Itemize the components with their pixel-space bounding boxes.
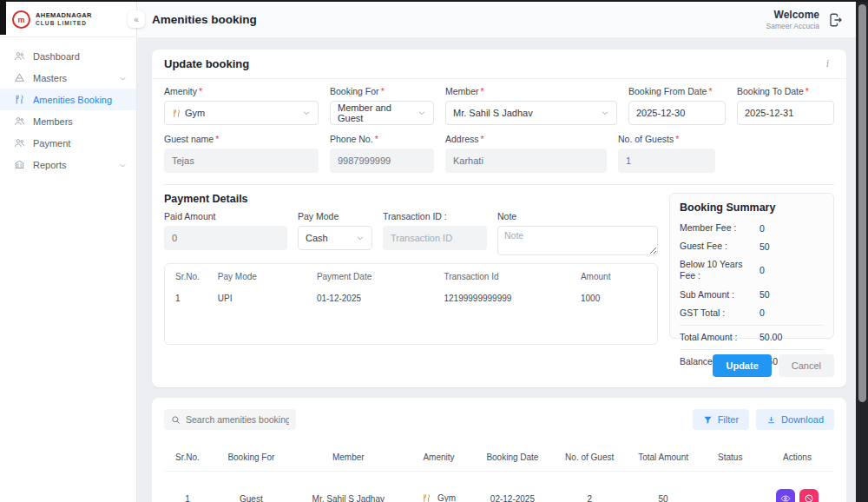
chevron-down-icon xyxy=(601,109,609,117)
sidebar-item-label: Dashboard xyxy=(33,51,128,62)
users-icon xyxy=(13,137,25,149)
no-of-guests-input[interactable] xyxy=(626,155,707,166)
guest-name-label: Guest name xyxy=(164,134,214,144)
summary-total-label: Total Amount : xyxy=(680,332,760,343)
column-header: Payment Date xyxy=(317,266,444,286)
download-button[interactable]: Download xyxy=(756,409,834,430)
download-icon xyxy=(766,415,776,425)
address-input[interactable] xyxy=(453,155,599,166)
sidebar-item-amenities-booking[interactable]: Amenities Booking xyxy=(0,89,136,110)
sidebar-item-label: Reports xyxy=(33,160,111,170)
chevron-down-icon xyxy=(418,109,426,117)
logo-title: AHEMADNAGAR xyxy=(36,12,92,20)
booking-for-label: Booking For xyxy=(330,86,379,96)
payments-table: Sr.No. Pay Mode Payment Date Transaction… xyxy=(164,263,658,345)
column-header: Sr.No. xyxy=(164,447,211,472)
sidebar-collapse-button[interactable]: « xyxy=(128,10,145,28)
phone-input[interactable] xyxy=(338,155,426,166)
club-logo-icon: m xyxy=(12,10,30,29)
cancel-button[interactable]: Cancel xyxy=(779,354,834,377)
users-icon xyxy=(13,116,25,128)
bookings-table: Sr.No. Booking For Member Amenity Bookin… xyxy=(164,447,834,502)
summary-value: 0 xyxy=(760,223,765,234)
guest-name-input[interactable] xyxy=(172,155,311,166)
booking-to-label: Booking To Date xyxy=(737,86,804,96)
block-icon xyxy=(804,493,814,502)
chevron-down-icon xyxy=(356,234,365,242)
summary-value: 50 xyxy=(760,289,770,300)
note-label: Note xyxy=(497,211,658,221)
chevron-down-icon xyxy=(119,74,128,83)
scrollbar-track[interactable] xyxy=(856,2,868,502)
welcome-label: Welcome xyxy=(766,9,819,22)
booking-to-input[interactable] xyxy=(745,108,826,118)
pay-mode-select[interactable]: Cash xyxy=(298,226,372,250)
sidebar-item-dashboard[interactable]: Dashboard xyxy=(0,45,136,67)
summary-value: 0 xyxy=(760,307,765,318)
download-label: Download xyxy=(781,414,824,425)
update-button[interactable]: Update xyxy=(713,354,771,377)
amenity-label: Amenity xyxy=(164,86,197,96)
app-logo: m AHEMADNAGAR CLUB LIMITED xyxy=(0,2,136,37)
sidebar-item-label: Masters xyxy=(33,73,111,83)
payment-row: 1 UPI 01-12-2025 12199999999999 1000 xyxy=(175,286,647,311)
paid-amount-input[interactable] xyxy=(172,233,279,243)
payment-transaction-id: 12199999999999 xyxy=(444,286,580,311)
logout-icon[interactable] xyxy=(828,12,844,28)
column-header: Total Amount xyxy=(627,447,700,472)
sidebar-item-masters[interactable]: Masters xyxy=(0,67,136,89)
app-window: m AHEMADNAGAR CLUB LIMITED Dashboard Mas… xyxy=(0,2,856,502)
note-textarea[interactable] xyxy=(497,226,658,255)
card-title: Update booking xyxy=(164,57,249,70)
transaction-id-label: Transaction ID : xyxy=(383,211,487,221)
amenity-select[interactable]: Gym xyxy=(164,101,319,125)
booking-summary-title: Booking Summary xyxy=(680,201,824,214)
payment-details-title: Payment Details xyxy=(164,193,658,205)
summary-label: Sub Amount : xyxy=(680,289,760,301)
pyramid-icon xyxy=(13,72,25,84)
summary-label: Guest Fee : xyxy=(680,241,760,252)
column-header: Booking For xyxy=(211,447,292,472)
bank-icon xyxy=(13,159,25,171)
summary-total-value: 50.00 xyxy=(760,332,782,342)
column-header: Status xyxy=(700,447,760,472)
search-box[interactable] xyxy=(164,409,296,430)
booking-from-input[interactable] xyxy=(636,108,718,118)
chevron-down-icon xyxy=(119,161,128,169)
filter-button[interactable]: Filter xyxy=(693,409,749,430)
summary-divider xyxy=(680,349,824,350)
summary-value: 50 xyxy=(760,241,770,252)
sidebar-item-label: Payment xyxy=(33,138,128,149)
booking-guests: 2 xyxy=(553,472,627,502)
column-header: Sr.No. xyxy=(175,266,218,286)
no-of-guests-label: No. of Guests xyxy=(618,134,674,144)
info-icon[interactable]: i xyxy=(821,57,834,70)
pay-mode-value: Cash xyxy=(306,233,328,243)
booking-for-select[interactable]: Member and Guest xyxy=(330,101,434,125)
view-button[interactable] xyxy=(776,489,795,502)
column-header: Transaction Id xyxy=(444,266,580,286)
member-value: Mr. Sahil S Jadhav xyxy=(453,108,533,118)
payment-mode: UPI xyxy=(218,286,317,311)
cancel-booking-button[interactable] xyxy=(799,489,819,502)
booking-status xyxy=(700,472,760,502)
fork-knife-icon xyxy=(172,109,181,118)
column-header: Amount xyxy=(581,266,647,286)
column-header: Pay Mode xyxy=(218,266,317,286)
sidebar-item-reports[interactable]: Reports xyxy=(0,154,136,175)
member-select[interactable]: Mr. Sahil S Jadhav xyxy=(445,101,617,125)
content-area: Update booking i Amenity* Gym Booking Fo… xyxy=(137,38,856,502)
chevron-down-icon xyxy=(302,109,311,117)
sidebar-item-payment[interactable]: Payment xyxy=(0,132,136,154)
sidebar-item-members[interactable]: Members xyxy=(0,110,136,132)
member-label: Member xyxy=(445,86,479,96)
payment-date: 01-12-2025 xyxy=(317,286,444,311)
column-header: Actions xyxy=(760,447,834,472)
sidebar-item-label: Members xyxy=(33,116,128,127)
scrollbar-thumb[interactable] xyxy=(858,4,866,402)
transaction-id-input[interactable] xyxy=(391,233,479,243)
summary-divider xyxy=(680,325,824,326)
search-input[interactable] xyxy=(186,414,289,425)
logo-subtitle: CLUB LIMITED xyxy=(36,20,92,26)
booking-amenity: Gym xyxy=(437,493,456,502)
